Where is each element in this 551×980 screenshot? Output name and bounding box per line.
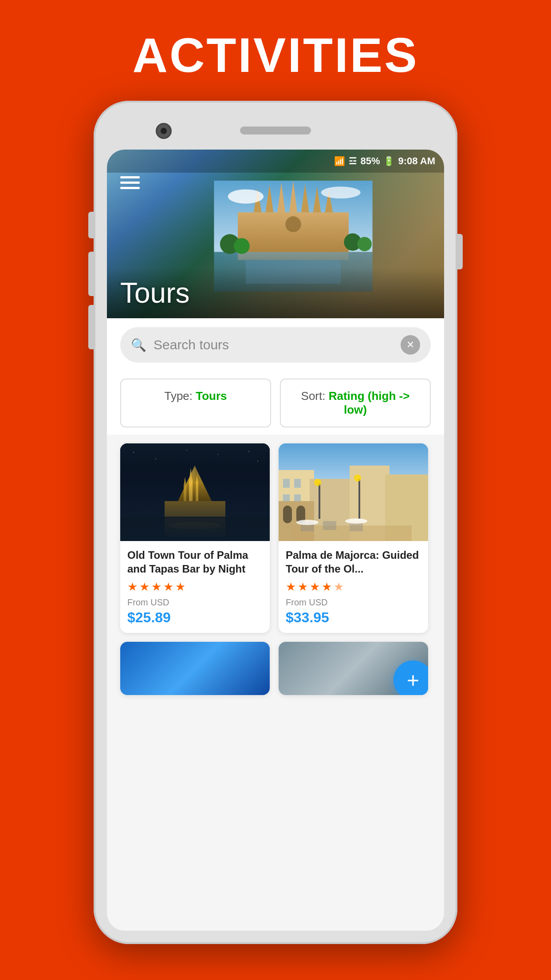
type-filter-button[interactable]: Type: Tours bbox=[120, 379, 271, 427]
type-filter-value: Tours bbox=[196, 389, 227, 403]
bottom-cards-row: + bbox=[107, 642, 444, 704]
battery-icon: 🔋 bbox=[383, 156, 394, 166]
filter-section: Type: Tours Sort: Rating (high -> low) bbox=[107, 371, 444, 435]
svg-marker-27 bbox=[195, 466, 212, 501]
tour-card-1-title: Old Town Tour of Palma and Tapas Bar by … bbox=[127, 548, 263, 576]
svg-point-18 bbox=[321, 186, 361, 198]
star-4: ★ bbox=[322, 580, 332, 594]
svg-point-16 bbox=[358, 237, 372, 251]
wifi-icon: 📶 bbox=[334, 156, 345, 166]
svg-rect-19 bbox=[120, 443, 270, 541]
tour-card-2-rating: ★ ★ ★ ★ ★ bbox=[286, 580, 421, 594]
svg-point-58 bbox=[296, 520, 319, 525]
hamburger-line-2 bbox=[120, 182, 140, 184]
mute-button bbox=[88, 212, 94, 238]
tour-card-1-image bbox=[120, 443, 270, 541]
svg-point-20 bbox=[133, 452, 134, 453]
svg-point-59 bbox=[345, 518, 367, 524]
hero-overlay: Tours bbox=[107, 268, 444, 318]
star-5: ★ bbox=[175, 580, 185, 594]
volume-down-button bbox=[88, 305, 94, 349]
volume-up-button bbox=[88, 252, 94, 296]
tour-card-2-body: Palma de Majorca: Guided Tour of the Ol.… bbox=[279, 541, 428, 633]
hero-section: 📶 ☲ 85% 🔋 9:08 AM bbox=[107, 150, 444, 318]
tour-card-2[interactable]: Palma de Majorca: Guided Tour of the Ol.… bbox=[279, 443, 428, 633]
search-icon: 🔍 bbox=[131, 338, 146, 352]
hamburger-line-1 bbox=[120, 176, 140, 178]
page-title: ACTIVITIES bbox=[132, 27, 418, 83]
phone-screen: 📶 ☲ 85% 🔋 9:08 AM bbox=[107, 150, 444, 931]
type-filter-label: Type: bbox=[164, 389, 193, 403]
star-5-half: ★ bbox=[334, 580, 344, 594]
sort-filter-button[interactable]: Sort: Rating (high -> low) bbox=[280, 379, 431, 427]
svg-point-14 bbox=[234, 238, 250, 254]
svg-marker-29 bbox=[189, 468, 192, 479]
tour-card-1-body: Old Town Tour of Palma and Tapas Bar by … bbox=[120, 541, 270, 633]
svg-point-53 bbox=[354, 474, 361, 482]
status-time: 9:08 AM bbox=[398, 155, 435, 167]
svg-rect-43 bbox=[283, 479, 290, 488]
earpiece-speaker bbox=[240, 126, 311, 134]
tour-card-4[interactable]: + bbox=[279, 642, 428, 695]
svg-rect-56 bbox=[323, 521, 336, 530]
hamburger-menu[interactable] bbox=[120, 176, 140, 189]
tour-card-2-price: $33.95 bbox=[286, 609, 421, 626]
star-3: ★ bbox=[151, 580, 161, 594]
star-4: ★ bbox=[163, 580, 173, 594]
star-2: ★ bbox=[139, 580, 150, 594]
svg-point-23 bbox=[217, 454, 218, 455]
star-2: ★ bbox=[298, 580, 308, 594]
battery-percent: 85% bbox=[360, 155, 380, 167]
svg-rect-50 bbox=[319, 483, 320, 519]
tour-card-3-image bbox=[120, 642, 270, 695]
search-clear-button[interactable]: ✕ bbox=[401, 335, 420, 355]
svg-rect-34 bbox=[165, 501, 225, 519]
tour-card-3[interactable] bbox=[120, 642, 270, 695]
svg-point-24 bbox=[248, 451, 250, 452]
svg-point-10 bbox=[287, 218, 299, 230]
svg-marker-31 bbox=[196, 474, 198, 483]
phone-shell: 📶 ☲ 85% 🔋 9:08 AM bbox=[94, 101, 457, 944]
hero-title: Tours bbox=[120, 277, 431, 309]
svg-rect-30 bbox=[196, 483, 198, 501]
power-button bbox=[457, 234, 463, 269]
search-input[interactable]: Search tours bbox=[153, 337, 394, 352]
svg-rect-36 bbox=[165, 519, 225, 537]
svg-point-17 bbox=[228, 190, 264, 204]
front-camera bbox=[156, 123, 172, 139]
svg-point-51 bbox=[314, 479, 321, 486]
tour-card-1-rating: ★ ★ ★ ★ ★ bbox=[127, 580, 263, 594]
svg-point-21 bbox=[155, 458, 156, 459]
svg-marker-26 bbox=[178, 466, 195, 501]
svg-rect-48 bbox=[283, 506, 292, 523]
signal-icon: ☲ bbox=[349, 156, 357, 166]
svg-point-37 bbox=[168, 522, 221, 529]
cards-grid: Old Town Tour of Palma and Tapas Bar by … bbox=[107, 435, 444, 642]
svg-rect-52 bbox=[358, 479, 360, 519]
star-1: ★ bbox=[127, 580, 138, 594]
svg-rect-44 bbox=[294, 479, 301, 488]
star-3: ★ bbox=[310, 580, 320, 594]
tour-card-1-price: $25.89 bbox=[127, 609, 263, 626]
tour-card-2-price-label: From USD bbox=[286, 597, 421, 608]
hamburger-line-3 bbox=[120, 187, 140, 189]
search-bar[interactable]: 🔍 Search tours ✕ bbox=[120, 327, 431, 363]
svg-marker-33 bbox=[184, 477, 186, 486]
tour-card-2-image bbox=[279, 443, 428, 541]
star-1: ★ bbox=[286, 580, 296, 594]
sort-filter-value: Rating (high -> low) bbox=[329, 389, 410, 416]
svg-point-22 bbox=[186, 450, 188, 451]
svg-rect-28 bbox=[189, 479, 193, 501]
svg-point-25 bbox=[257, 461, 258, 462]
tour-card-1[interactable]: Old Town Tour of Palma and Tapas Bar by … bbox=[120, 443, 270, 633]
status-bar: 📶 ☲ 85% 🔋 9:08 AM bbox=[107, 150, 444, 173]
svg-rect-35 bbox=[120, 517, 270, 541]
tour-card-1-price-label: From USD bbox=[127, 597, 263, 608]
tour-card-2-title: Palma de Majorca: Guided Tour of the Ol.… bbox=[286, 548, 421, 576]
svg-rect-32 bbox=[184, 486, 186, 501]
status-bar-content: 📶 ☲ 85% 🔋 9:08 AM bbox=[334, 155, 435, 167]
search-section: 🔍 Search tours ✕ bbox=[107, 318, 444, 371]
sort-filter-label: Sort: bbox=[301, 389, 326, 403]
